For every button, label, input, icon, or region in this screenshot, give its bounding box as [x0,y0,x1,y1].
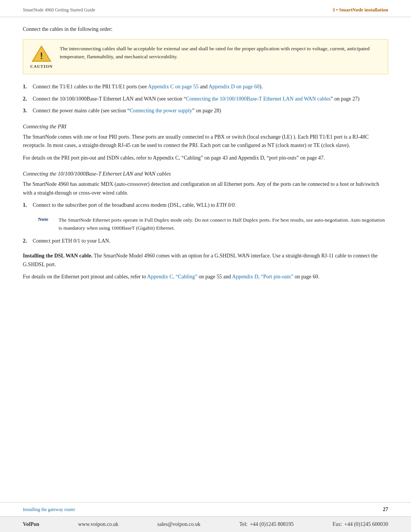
fax-number: +44 (0)1245 600030 [344,521,388,527]
eth-step-1: Connect to the subscriber port of the br… [23,201,388,209]
pri-para-2: For details on the PRI port pin-out and … [23,154,388,162]
step-1: Connect the T1/E1 cables to the PRI T1/E… [23,83,388,91]
caution-text: The interconnecting cables shall be acce… [60,45,381,61]
svg-text:!: ! [40,51,43,61]
brand-name: VolPon [23,521,39,527]
step-2: Connect the 10/100/1000Base-T Ethernet L… [23,95,388,103]
pri-para-1: The SmartNode comes with one or four PRI… [23,133,388,150]
caution-label: CAUTION [30,64,53,69]
appendix-c-cabling-link[interactable]: Appendix C, “Cabling” [147,274,198,280]
header-section-title: SmartNode installation [339,7,388,13]
eth-step-2-text: Connect port ETH 0/1 to your LAN. [33,237,388,245]
connecting-pri-heading: Connecting the PRI [23,123,388,130]
page: SmartNode 4960 Getting Started Guide 3 •… [0,0,411,532]
eth-step-2: Connect port ETH 0/1 to your LAN. [23,237,388,245]
bottom-bar: VolPon www.voipon.co.uk sales@voipon.co.… [0,516,411,532]
appendix-d-link[interactable]: Appendix D on page 60 [209,84,260,89]
appendix-c-link[interactable]: Appendix C on page 55 [148,84,199,89]
footer-page-number: 27 [383,506,388,513]
ethernet-lan-wan-link[interactable]: Connecting the 10/100/1000Base-T Etherne… [186,96,331,102]
connecting-eth-heading: Connecting the 10/100/1000Base-T Etherne… [23,171,388,177]
website-item: www.voipon.co.uk [78,521,118,527]
brand-item: VolPon [23,521,39,527]
steps-list: Connect the T1/E1 cables to the PRI T1/E… [23,83,388,115]
eth-steps-list: Connect to the subscriber port of the br… [23,201,388,209]
eth-para-1: The SmartNode 4960 has automatic MDX (au… [23,180,388,197]
eth-step-1-text: Connect to the subscriber port of the br… [33,201,388,209]
eth-details-para: For details on the Ethernet port pinout … [23,273,388,281]
footer-left-text: Installing the gateway router [23,507,75,513]
appendix-d-port-link[interactable]: Appendix D, “Port pin-outs” [232,274,293,280]
eth-port-name: ETH 0/0 [217,202,235,208]
page-header: SmartNode 4960 Getting Started Guide 3 •… [0,0,411,17]
caution-triangle-icon: ! [32,45,51,62]
header-bullet: • [335,7,339,13]
tel-number: +44 (0)1245 808195 [250,521,293,527]
step-3-text: Connect the power mains cable (see secti… [33,107,388,115]
eth-steps-list-2: Connect port ETH 0/1 to your LAN. [23,237,388,245]
sales-text: sales@voipon.co.uk [157,521,200,527]
caution-box: ! CAUTION The interconnecting cables sha… [23,39,388,74]
page-footer: Installing the gateway router 27 [0,502,411,516]
sales-item: sales@voipon.co.uk [157,521,200,527]
header-right-text: 3 • SmartNode installation [333,7,388,13]
step-2-text: Connect the 10/100/1000Base-T Ethernet L… [33,95,388,103]
dsl-wan-para: Installing the DSL WAN cable. The SmartN… [23,252,388,269]
fax-label: Fax: [333,521,342,527]
main-content: Connect the cables in the following orde… [0,26,411,502]
website-text: www.voipon.co.uk [78,521,118,527]
note-box: Note The SmartNode Ethernet ports operat… [38,216,388,232]
dsl-wan-bold: Installing the DSL WAN cable. [23,253,92,259]
tel-item: Tel: +44 (0)1245 808195 [239,521,294,527]
step-1-text: Connect the T1/E1 cables to the PRI T1/E… [33,83,388,91]
note-label: Note [38,216,53,232]
tel-label: Tel: [239,521,248,527]
header-left-text: SmartNode 4960 Getting Started Guide [23,7,95,13]
caution-icon-wrap: ! CAUTION [30,45,53,69]
fax-item: Fax: +44 (0)1245 600030 [333,521,388,527]
note-text: The SmartNode Ethernet ports operate in … [59,216,388,232]
step-3: Connect the power mains cable (see secti… [23,107,388,115]
intro-paragraph: Connect the cables in the following orde… [23,26,388,32]
power-supply-link[interactable]: Connecting the power supply [130,108,192,113]
